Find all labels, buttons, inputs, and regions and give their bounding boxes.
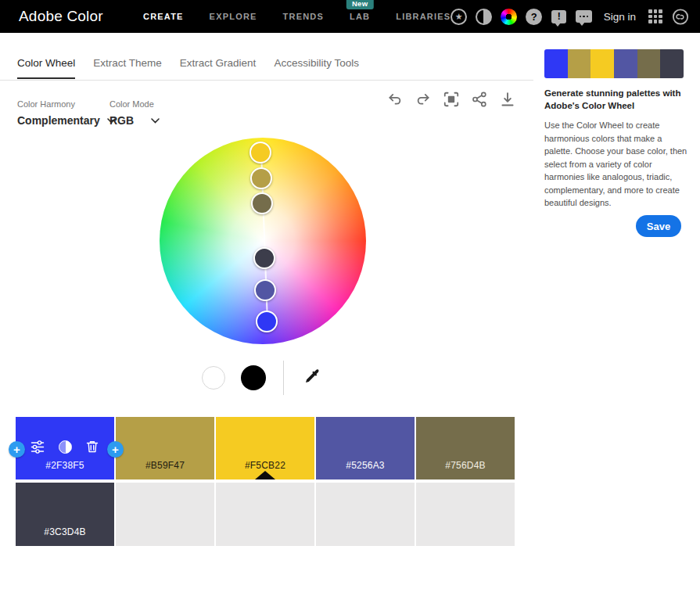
palette-preview-strip [544, 49, 684, 78]
sidebar-heading: Generate stunning palettes with Adobe's … [544, 88, 688, 112]
color-mode-label: Color Mode [109, 99, 154, 109]
strip-color-5 [637, 49, 661, 78]
wheel-handle-1[interactable] [249, 142, 271, 163]
contrast-icon[interactable] [476, 8, 493, 25]
tabs: Color Wheel Extract Theme Extract Gradie… [17, 57, 359, 79]
swatch-shade-1[interactable]: #3C3D4B [16, 483, 114, 546]
nav-item-lab[interactable]: LABNew [350, 12, 370, 21]
tab-extract-theme[interactable]: Extract Theme [93, 57, 162, 79]
base-color-marker [255, 471, 275, 479]
eyedropper-icon[interactable] [303, 368, 321, 386]
nav-item-create[interactable]: CREATE [143, 12, 184, 21]
workspace-tab-bar: Color Wheel Extract Theme Extract Gradie… [0, 33, 533, 81]
strip-color-1 [544, 49, 568, 78]
share-icon[interactable] [471, 91, 488, 108]
strip-color-6 [660, 49, 684, 78]
wheel-handle-4[interactable] [253, 247, 275, 269]
undo-icon[interactable] [386, 91, 404, 108]
palette-row-main: #2F38F5 #B59F47 #F5CB22 #5256A3 #756D4B [16, 417, 515, 479]
save-button[interactable]: Save [636, 215, 681, 237]
adobe-color-app: Adobe Color CREATE EXPLORE TRENDS LABNew… [0, 0, 700, 589]
swatch-5[interactable]: #756D4B [416, 417, 515, 479]
top-nav-bar: Adobe Color CREATE EXPLORE TRENDS LABNew… [0, 0, 700, 33]
chat-icon[interactable] [576, 8, 593, 25]
contrast-check-icon[interactable] [58, 440, 72, 454]
color-mode-dropdown[interactable]: RGB [109, 114, 160, 127]
color-harmony-label: Color Harmony [17, 99, 75, 109]
swatch-3-base[interactable]: #F5CB22 [216, 417, 314, 479]
swatch-empty[interactable] [416, 483, 515, 546]
swatch-4[interactable]: #5256A3 [316, 417, 415, 479]
creative-cloud-icon[interactable] [672, 8, 689, 25]
wheel-handle-6[interactable] [256, 311, 278, 332]
strip-color-2 [568, 49, 591, 78]
swatch-1-active[interactable]: #2F38F5 [16, 417, 114, 479]
wheel-handle-5[interactable] [254, 279, 276, 301]
trash-icon[interactable] [85, 440, 99, 454]
strip-color-4 [614, 49, 637, 78]
star-icon[interactable]: ★ [451, 8, 468, 25]
adobe-color-logo[interactable]: Adobe Color [19, 8, 103, 25]
apps-grid-icon[interactable] [647, 8, 664, 25]
color-harmony-dropdown[interactable]: Complementary [17, 114, 116, 127]
main-nav-menu: CREATE EXPLORE TRENDS LABNew LIBRARIES [143, 0, 451, 33]
white-color-well[interactable] [202, 366, 225, 390]
swatch-hex-label: #5256A3 [346, 460, 384, 471]
sign-in-link[interactable]: Sign in [604, 11, 636, 23]
fullscreen-icon[interactable] [443, 91, 460, 108]
swatch-hex-label: #B59F47 [145, 460, 185, 471]
redo-icon[interactable] [415, 91, 432, 108]
add-color-right-button[interactable]: + [107, 441, 124, 458]
swatch-hex-label: #2F38F5 [45, 460, 84, 471]
palette-row-secondary: #3C3D4B [16, 483, 515, 546]
add-color-left-button[interactable]: + [9, 441, 25, 458]
download-icon[interactable] [499, 91, 516, 108]
tab-extract-gradient[interactable]: Extract Gradient [180, 57, 257, 79]
tool-divider [283, 361, 284, 395]
swatch-empty[interactable] [116, 483, 214, 546]
nav-item-trends[interactable]: TRENDS [283, 12, 324, 21]
tab-color-wheel[interactable]: Color Wheel [17, 57, 75, 79]
sidebar-description: Use the Color Wheel to create harmonious… [544, 119, 688, 210]
swatch-hex-label: #756D4B [445, 460, 485, 471]
swatch-empty[interactable] [316, 483, 415, 546]
color-wheel-icon[interactable] [501, 8, 518, 25]
black-color-well[interactable] [241, 365, 266, 390]
strip-color-3 [591, 49, 614, 78]
nav-item-explore[interactable]: EXPLORE [210, 12, 257, 21]
swatch-hex-label: #3C3D4B [44, 526, 85, 537]
feedback-icon[interactable]: ! [551, 8, 568, 25]
swatch-actions [31, 440, 99, 454]
nav-item-libraries[interactable]: LIBRARIES [396, 12, 451, 21]
wheel-handle-2[interactable] [250, 167, 272, 189]
new-badge: New [346, 0, 373, 9]
tab-accessibility-tools[interactable]: Accessibility Tools [274, 57, 359, 79]
wheel-handle-3[interactable] [251, 192, 273, 214]
swatch-2[interactable]: #B59F47 [116, 417, 214, 479]
wheel-toolbar [386, 91, 516, 108]
help-icon[interactable]: ? [526, 8, 543, 25]
chevron-down-icon [151, 118, 160, 124]
adjust-sliders-icon[interactable] [31, 440, 45, 454]
swatch-hex-label: #F5CB22 [245, 460, 285, 471]
nav-right-cluster: ★ ? ! Sign in [451, 0, 689, 33]
swatch-empty[interactable] [216, 483, 314, 546]
